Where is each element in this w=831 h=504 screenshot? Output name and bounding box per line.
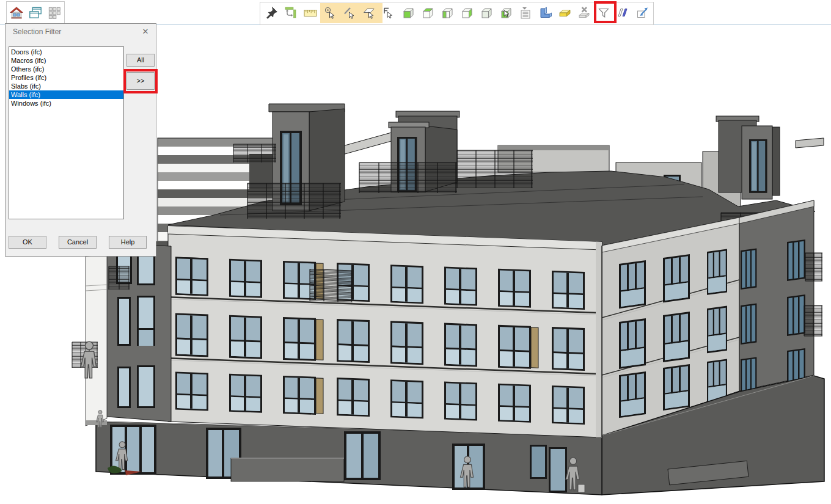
building-model [72, 104, 824, 495]
list-item-doors[interactable]: Doors (ifc) [9, 48, 123, 56]
view-front-cube-icon[interactable] [401, 5, 416, 20]
white-edge-building [72, 255, 107, 426]
list-item-windows[interactable]: Windows (ifc) [9, 99, 123, 108]
planter-front [231, 458, 344, 481]
pin-icon[interactable] [264, 5, 279, 20]
cascade-windows-icon[interactable] [27, 5, 43, 21]
snap-lines-icon[interactable] [342, 5, 357, 20]
measure-icon[interactable] [303, 5, 318, 20]
list-item-profiles[interactable]: Profiles (ifc) [9, 73, 123, 82]
briefcase [578, 484, 585, 492]
right-facade-dark [739, 200, 822, 396]
view-solid-cube-icon[interactable] [479, 5, 494, 20]
list-item-slabs[interactable]: Slabs (ifc) [9, 82, 123, 90]
help-button[interactable]: Help [109, 236, 147, 249]
application-window: Selection Filter ✕ Doors (ifc) Macros (i… [0, 0, 831, 504]
ok-button[interactable]: OK [9, 236, 46, 249]
more-button-highlight-box [123, 69, 158, 93]
grid-view-icon[interactable] [46, 5, 62, 21]
dialog-title: Selection Filter [13, 27, 61, 36]
parts-icon[interactable] [616, 5, 631, 20]
quick-access-toolbar [6, 1, 65, 24]
facade-balcony-railing [310, 269, 353, 303]
fit-work-area-icon[interactable] [284, 5, 298, 20]
profile-icon[interactable] [538, 5, 552, 20]
snap-points-icon[interactable] [323, 5, 337, 20]
list-item-others[interactable]: Others (ifc) [9, 65, 123, 73]
selection-filter-highlight-box [594, 1, 617, 23]
select-component-icon[interactable] [381, 5, 396, 20]
export-icon[interactable] [635, 5, 650, 20]
top-toolbar-strip [0, 0, 831, 25]
front-facade [168, 226, 602, 437]
snap-planes-icon[interactable] [362, 5, 376, 20]
close-icon[interactable]: ✕ [140, 26, 151, 37]
view-left-cube-icon[interactable] [440, 5, 455, 20]
roof-slab-right [796, 138, 824, 148]
report-list-icon[interactable] [518, 5, 533, 20]
view-right-cube-icon[interactable] [459, 5, 474, 20]
list-item-walls[interactable]: Walls (ifc) [9, 90, 123, 99]
all-button[interactable]: All [126, 54, 155, 67]
select-in-view-cube-icon[interactable] [499, 5, 513, 20]
filter-listbox[interactable]: Doors (ifc) Macros (ifc) Others (ifc) Pr… [9, 46, 124, 219]
penthouse-tower-3 [716, 116, 780, 199]
cancel-button[interactable]: Cancel [59, 236, 97, 249]
list-item-macros[interactable]: Macros (ifc) [9, 56, 123, 65]
delete-plate-icon[interactable] [577, 5, 591, 20]
plate-icon[interactable] [557, 5, 572, 20]
home-icon[interactable] [9, 5, 24, 21]
view-top-cube-icon[interactable] [420, 5, 435, 20]
selection-filter-dialog: Selection Filter ✕ Doors (ifc) Macros (i… [5, 23, 156, 257]
